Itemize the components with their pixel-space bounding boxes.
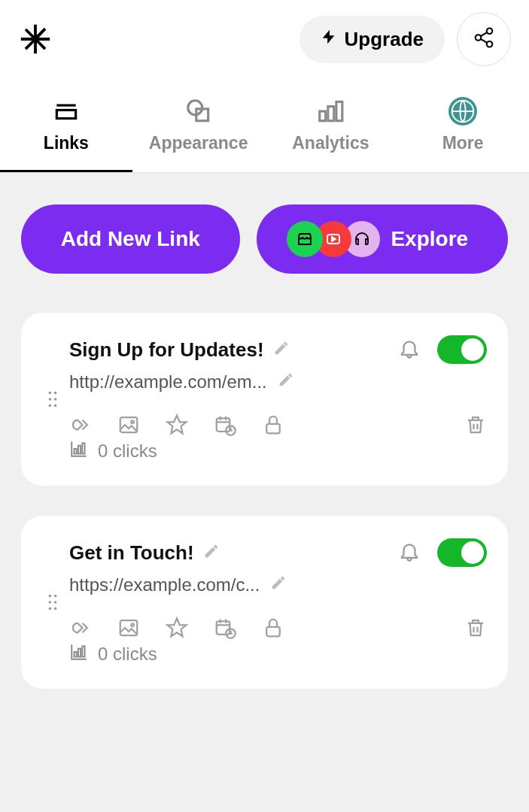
link-toggle[interactable]: [437, 335, 487, 364]
link-title: Sign Up for Updates!: [69, 338, 264, 362]
analytics-tab-icon: [316, 97, 345, 126]
brand-logo[interactable]: [18, 22, 53, 56]
bell-icon[interactable]: [398, 337, 421, 362]
stats-icon: [69, 439, 89, 463]
svg-point-31: [49, 601, 52, 604]
svg-rect-28: [82, 443, 84, 453]
svg-point-15: [49, 392, 52, 395]
tab-label: Appearance: [149, 133, 248, 153]
more-tab-icon: [448, 97, 477, 126]
explore-label: Explore: [391, 227, 468, 251]
upgrade-label: Upgrade: [345, 28, 424, 51]
svg-point-32: [54, 601, 57, 604]
svg-point-20: [54, 404, 57, 408]
drag-handle[interactable]: [36, 335, 69, 463]
edit-title-icon[interactable]: [203, 543, 220, 562]
svg-point-29: [49, 595, 52, 598]
svg-rect-35: [120, 620, 138, 635]
lightning-icon: [321, 26, 337, 53]
tab-label: Analytics: [292, 133, 369, 153]
svg-point-36: [131, 623, 134, 626]
link-card: Get in Touch! https://example.com/c...: [21, 516, 508, 689]
svg-rect-37: [217, 621, 230, 635]
star-icon[interactable]: [166, 617, 188, 642]
svg-line-3: [481, 32, 488, 36]
lock-icon[interactable]: [262, 414, 284, 439]
add-new-link-button[interactable]: Add New Link: [21, 205, 240, 274]
share-button[interactable]: [457, 12, 511, 66]
star-icon[interactable]: [166, 414, 188, 439]
svg-rect-41: [78, 649, 81, 657]
svg-rect-21: [120, 417, 138, 432]
links-tab-icon: [52, 97, 81, 126]
schedule-icon[interactable]: [214, 617, 236, 642]
redirect-icon[interactable]: [69, 617, 92, 642]
svg-rect-42: [82, 646, 84, 656]
tab-label: Links: [44, 133, 89, 153]
svg-rect-39: [266, 627, 280, 637]
link-url: http://example.com/em...: [69, 371, 267, 392]
drag-handle[interactable]: [36, 538, 69, 666]
svg-point-22: [131, 420, 134, 423]
svg-point-18: [54, 398, 57, 401]
store-icon: [287, 221, 323, 257]
svg-point-0: [487, 29, 493, 35]
svg-point-33: [49, 607, 52, 611]
svg-point-16: [54, 392, 57, 395]
tab-analytics[interactable]: Analytics: [265, 78, 397, 172]
redirect-icon[interactable]: [69, 414, 92, 439]
edit-url-icon[interactable]: [270, 574, 287, 595]
link-toggle[interactable]: [437, 538, 487, 567]
svg-point-34: [54, 607, 57, 611]
add-new-link-label: Add New Link: [61, 227, 200, 251]
edit-title-icon[interactable]: [273, 340, 290, 359]
bell-icon[interactable]: [398, 540, 421, 565]
link-title: Get in Touch!: [69, 541, 194, 565]
delete-icon[interactable]: [464, 414, 487, 439]
main-tabs: Links Appearance Analytics More: [0, 78, 529, 173]
svg-rect-25: [266, 424, 280, 434]
schedule-icon[interactable]: [214, 414, 236, 439]
top-bar: Upgrade: [0, 0, 529, 78]
link-url: https://example.com/c...: [69, 574, 260, 595]
image-icon[interactable]: [117, 617, 140, 642]
click-count: 0 clicks: [98, 441, 157, 462]
svg-rect-40: [74, 652, 77, 657]
svg-rect-10: [328, 107, 334, 121]
click-count: 0 clicks: [98, 644, 157, 665]
svg-point-1: [476, 35, 482, 41]
tab-links[interactable]: Links: [0, 78, 132, 172]
svg-rect-23: [217, 418, 230, 432]
svg-rect-27: [78, 446, 81, 454]
appearance-tab-icon: [184, 97, 213, 126]
svg-rect-11: [336, 102, 342, 120]
edit-url-icon[interactable]: [278, 371, 294, 392]
share-icon: [473, 26, 495, 52]
lock-icon[interactable]: [262, 617, 284, 642]
tab-appearance[interactable]: Appearance: [132, 78, 265, 172]
tab-label: More: [442, 133, 484, 153]
svg-point-17: [49, 398, 52, 401]
svg-point-30: [54, 595, 57, 598]
svg-rect-26: [74, 449, 77, 454]
content-area: Add New Link Explore Sign Up fo: [0, 173, 529, 750]
svg-point-2: [487, 41, 493, 47]
tab-more[interactable]: More: [397, 78, 529, 172]
upgrade-button[interactable]: Upgrade: [299, 16, 445, 63]
svg-rect-9: [320, 111, 326, 121]
svg-line-4: [481, 39, 488, 43]
explore-icon-stack: [287, 221, 380, 257]
stats-icon: [69, 642, 89, 666]
link-card: Sign Up for Updates! http://example.com/…: [21, 313, 508, 486]
svg-point-19: [49, 404, 52, 408]
svg-rect-6: [56, 110, 75, 118]
image-icon[interactable]: [117, 414, 140, 439]
delete-icon[interactable]: [464, 617, 487, 642]
explore-button[interactable]: Explore: [257, 205, 509, 274]
